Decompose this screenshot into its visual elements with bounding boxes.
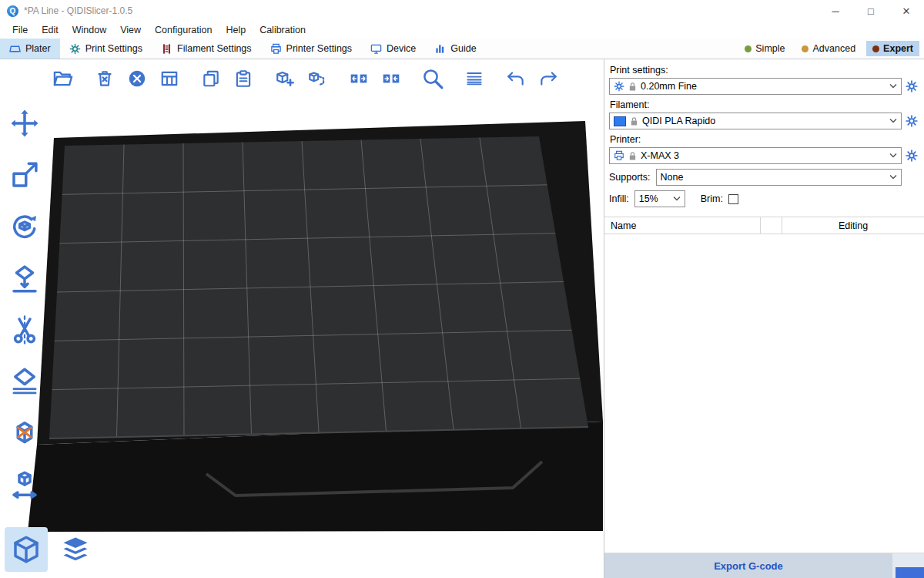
brim-label: Brim: bbox=[701, 193, 723, 204]
print-settings-combo[interactable]: 0.20mm Fine bbox=[609, 78, 902, 95]
column-editing: Editing bbox=[782, 217, 924, 234]
lock-icon bbox=[630, 116, 638, 126]
measure-tool-button[interactable] bbox=[6, 466, 43, 503]
print-bed bbox=[0, 59, 604, 578]
infill-combo[interactable]: 15% bbox=[634, 190, 685, 207]
redo-button[interactable] bbox=[534, 65, 562, 92]
advanced-mode-dot-icon bbox=[802, 45, 808, 52]
printer-icon bbox=[614, 150, 624, 161]
place-on-face-tool-button[interactable] bbox=[6, 260, 43, 297]
infill-label: Infill: bbox=[609, 193, 629, 204]
simple-mode-dot-icon bbox=[745, 45, 752, 52]
main-toolbar bbox=[49, 65, 567, 92]
menu-help[interactable]: Help bbox=[219, 25, 253, 35]
supports-label: Supports: bbox=[609, 172, 651, 183]
menu-configuration[interactable]: Configuration bbox=[148, 25, 219, 35]
move-tool-button[interactable] bbox=[6, 105, 43, 142]
open-project-button[interactable] bbox=[49, 65, 77, 92]
print-settings-gear-button[interactable] bbox=[904, 79, 919, 94]
tab-device[interactable]: Device bbox=[361, 39, 425, 59]
layers-icon bbox=[59, 533, 92, 566]
filament-spool-icon bbox=[161, 43, 172, 55]
mode-advanced[interactable]: Advanced bbox=[795, 41, 862, 56]
3d-cube-icon bbox=[10, 533, 42, 566]
gear-icon bbox=[614, 81, 624, 92]
rotate-tool-button[interactable] bbox=[6, 208, 43, 245]
menu-edit[interactable]: Edit bbox=[35, 25, 65, 35]
lock-icon bbox=[628, 82, 637, 92]
cut-tool-button[interactable] bbox=[6, 311, 43, 348]
multimaterial-paint-tool-button[interactable] bbox=[6, 415, 43, 452]
scale-tool-button[interactable] bbox=[6, 156, 43, 193]
menu-window[interactable]: Window bbox=[65, 25, 113, 35]
view-mode-toggles bbox=[5, 527, 97, 572]
undo-button[interactable] bbox=[502, 65, 530, 92]
tab-guide[interactable]: Guide bbox=[425, 39, 485, 59]
right-sidebar: Print settings: 0.20mm Fine Filament: QI… bbox=[604, 59, 924, 578]
title-bar: Q *PA Line - QIDISlicer-1.0.5 ─ □ ✕ bbox=[0, 0, 924, 22]
menu-view[interactable]: View bbox=[113, 25, 148, 35]
chevron-down-icon bbox=[889, 118, 897, 124]
close-button[interactable]: ✕ bbox=[889, 0, 924, 22]
chevron-down-icon bbox=[889, 83, 897, 89]
guide-icon bbox=[434, 43, 446, 55]
tab-printer-settings[interactable]: Printer Settings bbox=[261, 39, 361, 59]
filament-label: Filament: bbox=[610, 99, 919, 110]
mode-switcher: Simple Advanced Expert bbox=[738, 39, 924, 59]
tab-bar: Plater Print Settings Filament Settings … bbox=[0, 39, 924, 59]
preview-layers-view-button[interactable] bbox=[54, 527, 97, 572]
supports-combo[interactable]: None bbox=[656, 169, 902, 186]
tab-filament-settings[interactable]: Filament Settings bbox=[152, 39, 261, 59]
object-list[interactable] bbox=[604, 234, 924, 553]
gizmo-toolbar bbox=[6, 105, 43, 503]
remove-instance-button[interactable] bbox=[303, 65, 331, 92]
window-title: *PA Line - QIDISlicer-1.0.5 bbox=[24, 5, 132, 16]
device-monitor-icon bbox=[370, 43, 382, 55]
maximize-button[interactable]: □ bbox=[853, 0, 889, 22]
support-paint-tool-button[interactable] bbox=[6, 363, 43, 400]
delete-all-button[interactable] bbox=[123, 65, 151, 92]
search-button[interactable] bbox=[419, 65, 447, 92]
object-list-header: Name Editing bbox=[604, 217, 924, 234]
chevron-down-icon bbox=[673, 196, 681, 202]
printer-combo[interactable]: X-MAX 3 bbox=[609, 147, 902, 164]
filament-gear-button[interactable] bbox=[904, 113, 919, 129]
3d-editor-view-button[interactable] bbox=[5, 527, 48, 572]
minimize-button[interactable]: ─ bbox=[818, 0, 853, 22]
delete-button[interactable] bbox=[91, 65, 119, 92]
mode-simple[interactable]: Simple bbox=[738, 41, 791, 56]
filament-color-swatch bbox=[614, 116, 626, 126]
printer-label: Printer: bbox=[610, 134, 919, 145]
menu-calibration[interactable]: Calibration bbox=[253, 25, 313, 35]
variable-layer-height-button[interactable] bbox=[460, 65, 488, 92]
tab-plater[interactable]: Plater bbox=[0, 39, 60, 59]
chevron-down-icon bbox=[889, 153, 897, 159]
export-row: Export G-code bbox=[604, 553, 924, 578]
paste-button[interactable] bbox=[229, 65, 257, 92]
printer-tab-icon bbox=[270, 43, 282, 55]
app-logo-icon: Q bbox=[7, 5, 18, 17]
printer-gear-button[interactable] bbox=[904, 148, 919, 163]
mode-expert[interactable]: Expert bbox=[866, 41, 919, 56]
brim-checkbox[interactable] bbox=[728, 194, 738, 204]
arrange-button[interactable] bbox=[156, 65, 183, 92]
print-settings-label: Print settings: bbox=[610, 65, 919, 76]
copy-button[interactable] bbox=[197, 65, 225, 92]
lock-icon bbox=[628, 151, 637, 161]
split-to-objects-button[interactable] bbox=[345, 65, 373, 92]
menu-bar: File Edit Window View Configuration Help… bbox=[0, 22, 924, 39]
column-name: Name bbox=[604, 217, 761, 234]
export-options-panel[interactable] bbox=[892, 553, 924, 578]
split-to-parts-button[interactable] bbox=[377, 65, 405, 92]
app-window: Q *PA Line - QIDISlicer-1.0.5 ─ □ ✕ File… bbox=[0, 0, 924, 578]
export-gcode-button[interactable]: Export G-code bbox=[604, 553, 892, 578]
tab-print-settings[interactable]: Print Settings bbox=[60, 39, 152, 59]
filament-combo[interactable]: QIDI PLA Rapido bbox=[609, 113, 902, 129]
expert-mode-dot-icon bbox=[872, 45, 879, 52]
add-instance-button[interactable] bbox=[271, 65, 299, 92]
viewport-3d[interactable] bbox=[0, 59, 604, 578]
print-settings-tab-icon bbox=[69, 43, 81, 55]
chevron-down-icon bbox=[889, 174, 897, 180]
export-options-grip[interactable] bbox=[896, 567, 924, 578]
menu-file[interactable]: File bbox=[5, 25, 35, 35]
